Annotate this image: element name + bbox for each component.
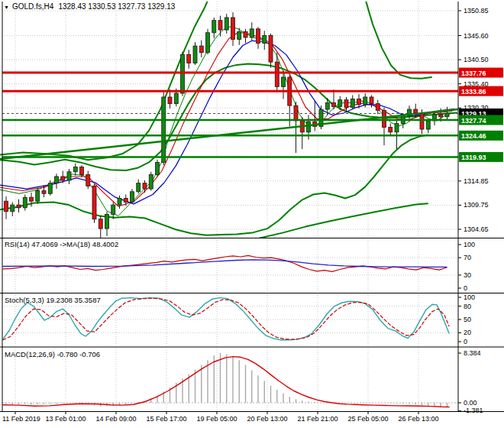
svg-text:0.00: 0.00 — [464, 399, 477, 407]
svg-text:1340.50: 1340.50 — [464, 56, 489, 63]
svg-text:1304.65: 1304.65 — [464, 225, 489, 233]
svg-text:19 Feb 05:00: 19 Feb 05:00 — [196, 415, 237, 423]
rsi-indicator-label: RSI(14) 47.4069 ->MA(18) 48.4002 — [5, 240, 118, 248]
svg-text:1345.60: 1345.60 — [464, 32, 489, 40]
svg-text:20 Feb 13:00: 20 Feb 13:00 — [247, 415, 287, 423]
stoch-indicator-label: Stoch(5,3,3) 19.2308 35.3587 — [5, 296, 101, 304]
price-badge: 1337.76 — [461, 70, 486, 77]
chart-canvas[interactable]: 1350.851345.601340.501335.401330.301314.… — [0, 0, 504, 428]
ohlc-values: 1328.43 1330.53 1327.73 1329.13 — [58, 2, 175, 11]
svg-text:26 Feb 13:00: 26 Feb 13:00 — [398, 415, 438, 423]
svg-text:80: 80 — [464, 303, 471, 310]
svg-text:0: 0 — [464, 338, 467, 345]
chart-title-bar: ▼GOLD.fs,H41328.43 1330.53 1327.73 1329.… — [4, 2, 175, 11]
price-badge: 1327.74 — [461, 117, 486, 125]
svg-text:100: 100 — [464, 293, 475, 301]
price-badge: 1333.86 — [461, 88, 486, 96]
svg-text:25 Feb 05:00: 25 Feb 05:00 — [347, 415, 388, 423]
symbol-dropdown-icon[interactable]: ▼ — [4, 5, 9, 10]
svg-text:70: 70 — [464, 254, 471, 261]
svg-text:0: 0 — [464, 284, 467, 292]
svg-text:14 Feb 09:00: 14 Feb 09:00 — [95, 415, 136, 423]
svg-text:21 Feb 21:00: 21 Feb 21:00 — [297, 415, 338, 423]
macd-indicator-label: MACD(12,26,9) -0.780 -0.706 — [5, 350, 100, 358]
svg-text:30: 30 — [464, 271, 471, 279]
svg-text:50: 50 — [464, 316, 471, 323]
price-badge: 1319.93 — [461, 154, 486, 161]
trading-chart-window: 1350.851345.601340.501335.401330.301314.… — [0, 0, 504, 428]
price-badge: 1324.46 — [461, 132, 486, 140]
svg-text:20: 20 — [464, 329, 471, 336]
svg-text:15 Feb 17:00: 15 Feb 17:00 — [146, 415, 186, 423]
svg-text:8.384: 8.384 — [464, 349, 481, 357]
svg-text:11 Feb 2019: 11 Feb 2019 — [2, 415, 40, 423]
svg-text:13 Feb 01:00: 13 Feb 01:00 — [45, 415, 86, 423]
svg-text:1314.85: 1314.85 — [464, 177, 489, 185]
svg-text:1350.85: 1350.85 — [464, 7, 489, 15]
svg-text:-1.381: -1.381 — [464, 407, 483, 414]
svg-text:100: 100 — [464, 241, 475, 248]
symbol-label: GOLD.fs,H4 — [12, 2, 53, 11]
svg-text:1309.75: 1309.75 — [464, 201, 489, 209]
